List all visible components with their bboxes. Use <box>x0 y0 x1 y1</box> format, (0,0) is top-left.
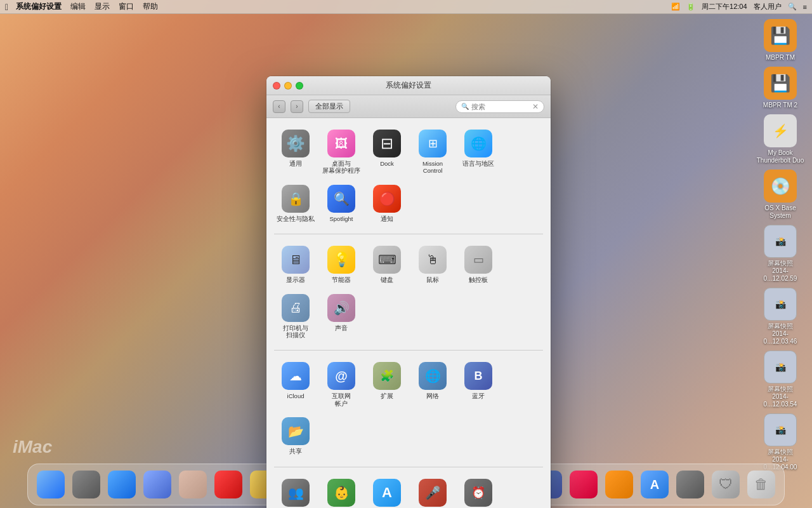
pref-icon-displays: 🖥 <box>282 246 310 274</box>
desktop-icon-screenshot2[interactable]: 📸 屏幕快照2014-0...12.03.46 <box>755 288 806 345</box>
dock-item-itunes[interactable]: 🎵 <box>567 468 600 501</box>
pref-item-mouse[interactable]: 🖱 鼠标 <box>411 242 454 287</box>
menu-view[interactable]: 显示 <box>95 1 110 12</box>
battery-icon[interactable]: 🔋 <box>686 3 695 11</box>
pref-item-displays[interactable]: 🖥 显示器 <box>274 242 317 287</box>
desktop-icon-mbpr-tm2[interactable]: 💾 MBPR TM 2 <box>755 67 806 109</box>
pref-label-general: 通用 <box>289 160 302 167</box>
dock-item-security[interactable]: 🛡 <box>709 468 742 501</box>
window-minimize-button[interactable] <box>284 82 292 90</box>
dock-icon-syspref: ⚙ <box>676 471 704 498</box>
pref-item-parental[interactable]: 👶 家长控制 <box>320 475 363 508</box>
pref-item-spotlight[interactable]: 🔍 Spotlight <box>320 181 363 226</box>
pref-item-sharing[interactable]: 📂 共享 <box>274 413 317 458</box>
dock-item-launchpad[interactable]: 🚀 <box>70 468 103 501</box>
dock-item-mail[interactable]: ✉ <box>141 468 174 501</box>
pref-icon-desktop: 🖼 <box>327 130 355 157</box>
apple-menu[interactable]:  <box>5 2 8 12</box>
pref-grid-personal: ⚙️ 通用 🖼 桌面与屏幕保护程序 ⊟ Dock ⊞ MissionContro… <box>274 126 543 226</box>
pref-label-mission-control: MissionControl <box>422 160 443 175</box>
search-icon: 🔍 <box>461 103 469 110</box>
mac-logo: iMac <box>13 437 52 457</box>
menu-window[interactable]: 窗口 <box>119 1 134 12</box>
pref-icon-network: 🌐 <box>419 362 447 390</box>
dock-item-trash[interactable]: 🗑 <box>745 468 778 501</box>
nav-back-button[interactable]: ‹ <box>273 100 285 113</box>
dock-icon-finder: 😀 <box>37 471 65 498</box>
pref-item-trackpad[interactable]: ▭ 触控板 <box>457 242 500 287</box>
menu-items: 系统偏好设置 编辑 显示 窗口 帮助 <box>16 1 671 12</box>
pref-item-bluetooth[interactable]: B 蓝牙 <box>457 358 500 411</box>
menu-search-icon[interactable]: 🔍 <box>788 3 797 11</box>
pref-icon-mission-control: ⊞ <box>419 130 447 157</box>
menu-user[interactable]: 客人用户 <box>754 2 782 11</box>
pref-item-internet-accounts[interactable]: @ 互联网帐户 <box>320 358 363 411</box>
search-box: 🔍 ✕ <box>455 100 544 113</box>
desktop-icon-os-x-base[interactable]: 💿 OS X BaseSystem <box>755 170 806 220</box>
pref-item-energy[interactable]: 💡 节能器 <box>320 242 363 287</box>
pref-icon-extensions: 🧩 <box>373 362 401 390</box>
window-close-button[interactable] <box>273 82 280 90</box>
app-menu-title[interactable]: 系统偏好设置 <box>16 1 62 12</box>
dock-icon-launchpad: 🚀 <box>72 471 100 498</box>
pref-label-security: 安全性与隐私 <box>277 215 315 222</box>
pref-item-notifications[interactable]: 🔴 通知 <box>365 181 409 226</box>
desktop-icon-screenshot1[interactable]: 📸 屏幕快照2014-0...12.02.59 <box>755 225 806 283</box>
pref-item-keyboard[interactable]: ⌨ 键盘 <box>365 242 409 287</box>
pref-item-datetime[interactable]: ⏰ 日期与时间 <box>457 475 500 508</box>
pref-section-internet: ☁ iCloud @ 互联网帐户 🧩 扩展 🌐 网络 B 蓝牙 <box>274 358 543 467</box>
nav-forward-button[interactable]: › <box>291 100 303 113</box>
desktop-icon-my-book[interactable]: ⚡ My BookThunderbolt Duo <box>755 114 806 164</box>
pref-label-network: 网络 <box>426 392 439 399</box>
dock-item-calendar[interactable]: 3📅 <box>212 468 245 501</box>
pref-icon-spotlight: 🔍 <box>327 185 355 213</box>
pref-label-printers: 打印机与扫描仪 <box>283 324 308 339</box>
dock-icon-itunes: 🎵 <box>570 471 598 498</box>
pref-item-language[interactable]: 🌐 语言与地区 <box>457 126 500 178</box>
syspref-window: 系统偏好设置 ‹ › 全部显示 🔍 ✕ ⚙️ 通用 🖼 <box>266 76 551 508</box>
desktop-icon-mbpr-tm[interactable]: 💾 MBPR TM <box>755 19 806 62</box>
menu-time: 周二下午12:04 <box>702 2 747 11</box>
dock-item-syspref[interactable]: ⚙ <box>674 468 707 501</box>
menu-extra-icon[interactable]: ≡ <box>803 3 807 11</box>
pref-item-desktop[interactable]: 🖼 桌面与屏幕保护程序 <box>320 126 363 178</box>
desktop-icon-screenshot4[interactable]: 📸 屏幕快照2014-0...12.04.00 <box>755 413 806 471</box>
dock-item-finder[interactable]: 😀 <box>34 468 67 501</box>
show-all-button[interactable]: 全部显示 <box>308 100 350 113</box>
desktop-icon-screenshot3[interactable]: 📸 屏幕快照2014-0...12.03.54 <box>755 351 806 408</box>
pref-icon-icloud: ☁ <box>282 362 310 390</box>
search-input[interactable] <box>471 103 532 110</box>
menu-help[interactable]: 帮助 <box>143 1 158 12</box>
pref-icon-dock: ⊟ <box>373 130 401 157</box>
pref-icon-security: 🔒 <box>282 185 310 213</box>
pref-icon-appstore: A <box>373 479 401 507</box>
pref-grid-hardware: 🖥 显示器 💡 节能器 ⌨ 键盘 🖱 鼠标 ▭ 触控板 <box>274 242 543 342</box>
pref-label-icloud: iCloud <box>287 392 304 399</box>
pref-label-sound: 声音 <box>335 324 348 331</box>
wifi-icon[interactable]: 📶 <box>671 3 680 11</box>
pref-item-appstore[interactable]: A App Store <box>365 475 409 508</box>
pref-item-dock[interactable]: ⊟ Dock <box>365 126 409 178</box>
pref-item-mission-control[interactable]: ⊞ MissionControl <box>411 126 454 178</box>
dock-item-appstore[interactable]: A <box>638 468 671 501</box>
pref-grid-system: 👥 用户与群组 👶 家长控制 A App Store 🎤 听写与语音 ⏰ <box>274 475 543 508</box>
window-maximize-button[interactable] <box>296 82 303 90</box>
pref-icon-sound: 🔊 <box>327 294 355 322</box>
pref-item-security[interactable]: 🔒 安全性与隐私 <box>274 181 317 226</box>
search-clear-icon[interactable]: ✕ <box>532 102 539 111</box>
pref-item-sound[interactable]: 🔊 声音 <box>320 290 363 343</box>
pref-item-icloud[interactable]: ☁ iCloud <box>274 358 317 411</box>
pref-item-printers[interactable]: 🖨 打印机与扫描仪 <box>274 290 317 343</box>
menu-edit[interactable]: 编辑 <box>70 1 86 12</box>
pref-item-users[interactable]: 👥 用户与群组 <box>274 475 317 508</box>
pref-item-network[interactable]: 🌐 网络 <box>411 358 454 411</box>
dock-item-safari[interactable]: 🧭 <box>105 468 138 501</box>
dock-item-contacts[interactable]: 📒 <box>176 468 209 501</box>
pref-item-dictation[interactable]: 🎤 听写与语音 <box>411 475 454 508</box>
menu-bar:  系统偏好设置 编辑 显示 窗口 帮助 📶 🔋 周二下午12:04 客人用户 … <box>0 0 812 14</box>
pref-item-extensions[interactable]: 🧩 扩展 <box>365 358 409 411</box>
syspref-content: ⚙️ 通用 🖼 桌面与屏幕保护程序 ⊟ Dock ⊞ MissionContro… <box>266 118 551 508</box>
window-title: 系统偏好设置 <box>386 80 431 91</box>
dock-item-ibooks[interactable]: 📚 <box>603 468 636 501</box>
pref-item-general[interactable]: ⚙️ 通用 <box>274 126 317 178</box>
